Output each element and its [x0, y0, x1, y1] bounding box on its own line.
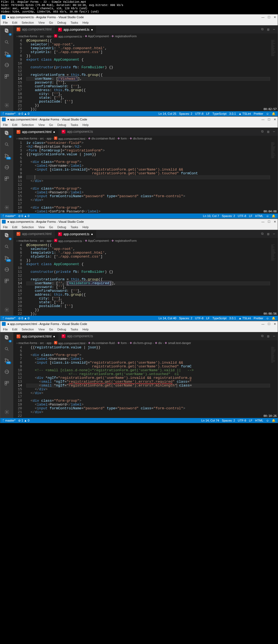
- breadcrumb-item[interactable]: src: [40, 137, 44, 140]
- menu-file[interactable]: File: [1, 327, 10, 332]
- menu-view[interactable]: View: [37, 123, 46, 127]
- code-line[interactable]: password: [''],: [26, 81, 270, 85]
- menu-go[interactable]: Go: [48, 327, 55, 332]
- status-spaces[interactable]: Spaces: 2: [222, 419, 235, 422]
- maximize-button[interactable]: ☐: [268, 16, 270, 19]
- status-tslint[interactable]: ▲ TSLint: [239, 112, 251, 115]
- breadcrumb-item[interactable]: app.component.html: [54, 137, 85, 140]
- code-line[interactable]: <div *ngIf="registrationForm.get('userNa…: [26, 376, 270, 380]
- code-line[interactable]: {{registrationForm.value | json}}: [26, 153, 270, 156]
- tab-ts[interactable]: app.component.ts●: [55, 230, 96, 238]
- source-control-icon[interactable]: 43: [4, 255, 10, 261]
- code-line[interactable]: userName: ['Vishwas'],: [26, 77, 270, 81]
- code-line[interactable]: templateUrl: './app.component.html',: [26, 251, 270, 255]
- code-line[interactable]: [26, 349, 270, 353]
- menu-debug[interactable]: Debug: [56, 20, 68, 25]
- menu-edit[interactable]: Edit: [11, 123, 19, 127]
- code-line[interactable]: </div>: [26, 391, 270, 395]
- code-line[interactable]: [26, 62, 270, 66]
- menu-tasks[interactable]: Tasks: [69, 225, 80, 229]
- code-line[interactable]: [26, 69, 270, 73]
- code-line[interactable]: <label>Username</label>: [26, 164, 270, 168]
- menu-selection[interactable]: Selection: [20, 225, 36, 229]
- breadcrumb-item[interactable]: reactive-forms: [18, 137, 37, 140]
- status-branch[interactable]: ᚶ master*: [2, 214, 15, 218]
- breadcrumb-item[interactable]: ❖ AppComponent: [85, 35, 109, 38]
- code-line[interactable]: });: [26, 107, 270, 111]
- code-line[interactable]: });: [26, 312, 270, 316]
- code-line[interactable]: {{registrationForm.value | json}}: [26, 346, 270, 349]
- close-button[interactable]: ✕: [274, 220, 276, 224]
- status-bell-icon[interactable]: 🔔: [272, 214, 276, 218]
- menu-selection[interactable]: Selection: [20, 123, 36, 127]
- tab-html[interactable]: app.component.html: [13, 26, 55, 33]
- menu-help[interactable]: Help: [81, 327, 90, 332]
- source-control-icon[interactable]: 43: [4, 50, 10, 57]
- code-line[interactable]: <small *ngIf="registrationForm.get('user…: [26, 384, 270, 388]
- status-branch[interactable]: ᚶ master*: [2, 112, 15, 115]
- code-line[interactable]: registrationForm.get('userName').touched…: [26, 365, 270, 369]
- settings-gear-icon[interactable]: [4, 102, 10, 109]
- minimize-button[interactable]: —: [261, 118, 264, 121]
- menu-tasks[interactable]: Tasks: [69, 327, 80, 332]
- menu-file[interactable]: File: [1, 225, 10, 229]
- code-line[interactable]: }): [26, 54, 270, 58]
- breadcrumb-item[interactable]: ❖ AppComponent: [85, 239, 109, 243]
- status-cursor[interactable]: Ln 14, Col 74: [201, 419, 219, 422]
- menu-go[interactable]: Go: [48, 20, 55, 25]
- code-line[interactable]: constructor(private fb: FormBuilder) {}: [26, 66, 270, 69]
- maximize-button[interactable]: ☐: [268, 220, 270, 224]
- code-line[interactable]: styleUrls: ['./app.component.css']: [26, 50, 270, 54]
- tab-html[interactable]: app.component.html●: [13, 128, 58, 135]
- status-encoding[interactable]: UTF-8: [238, 419, 246, 422]
- code-line[interactable]: <small *ngIf="registrationForm.get('user…: [26, 380, 270, 384]
- menu-selection[interactable]: Selection: [20, 20, 36, 25]
- breadcrumb-item[interactable]: ❖ div.form-group: [129, 137, 152, 140]
- code-line[interactable]: <!-- registrationForm.get('userName').un…: [26, 372, 270, 376]
- breadcrumb-item[interactable]: src: [40, 35, 44, 38]
- status-cursor[interactable]: Ln 14, Col 40: [159, 317, 176, 320]
- code-line[interactable]: password: [''],: [26, 285, 270, 289]
- code-line[interactable]: <div class="form-group">: [26, 160, 270, 164]
- breadcrumb-item[interactable]: app.component.html: [54, 341, 85, 345]
- compare-icon[interactable]: ⧉: [261, 27, 264, 32]
- menu-help[interactable]: Help: [81, 123, 90, 127]
- code-line[interactable]: registrationForm.get('userName').touched…: [26, 172, 270, 175]
- status-feedback-icon[interactable]: ☺: [266, 419, 269, 422]
- tab-ts[interactable]: app.component.ts: [58, 128, 96, 135]
- status-lang-version[interactable]: 3.0.1: [229, 317, 236, 320]
- code-line[interactable]: @Component({: [26, 243, 270, 247]
- debug-icon[interactable]: [4, 369, 10, 375]
- extensions-icon[interactable]: [4, 278, 10, 284]
- menu-go[interactable]: Go: [48, 123, 55, 127]
- status-spaces[interactable]: Spaces: 2: [179, 112, 192, 115]
- menu-edit[interactable]: Edit: [11, 20, 19, 25]
- source-control-icon[interactable]: 43: [4, 357, 10, 364]
- extensions-icon[interactable]: [4, 73, 10, 80]
- code-line[interactable]: <label>Password</label>: [26, 191, 270, 194]
- code-line[interactable]: selector: 'app-root',: [26, 43, 270, 47]
- breadcrumb-item[interactable]: app.component.ts: [54, 34, 82, 38]
- code-content[interactable]: @Component({ selector: 'app-root', templ…: [26, 39, 270, 111]
- code-line[interactable]: <input formControlName="password" type="…: [26, 194, 270, 198]
- status-eol[interactable]: LF: [249, 214, 252, 218]
- breadcrumb-item[interactable]: ❖ form: [117, 137, 127, 140]
- status-feedback-icon[interactable]: ☺: [266, 112, 269, 115]
- debug-icon[interactable]: [4, 164, 10, 171]
- code-line[interactable]: city: [''],: [26, 297, 270, 301]
- status-encoding[interactable]: UTF-8: [238, 214, 246, 218]
- menu-tasks[interactable]: Tasks: [69, 123, 80, 127]
- split-editor-icon[interactable]: ▤: [267, 27, 269, 32]
- status-language[interactable]: TypeScript: [212, 317, 226, 320]
- code-line[interactable]: constructor(private fb: FormBuilder) {}: [26, 270, 270, 274]
- menu-edit[interactable]: Edit: [11, 327, 19, 332]
- close-button[interactable]: ✕: [274, 322, 276, 326]
- breadcrumb-item[interactable]: ❖ div.container-fluid: [88, 341, 115, 345]
- search-icon[interactable]: [4, 141, 10, 148]
- code-line[interactable]: postalCode: ['']: [26, 100, 270, 104]
- code-line[interactable]: </div>: [26, 388, 270, 391]
- compare-icon[interactable]: ⧉: [261, 130, 264, 134]
- compare-icon[interactable]: ⧉: [261, 334, 264, 338]
- menu-view[interactable]: View: [37, 225, 46, 229]
- code-line[interactable]: <!-- <small [class.d-none]="registration…: [26, 369, 270, 372]
